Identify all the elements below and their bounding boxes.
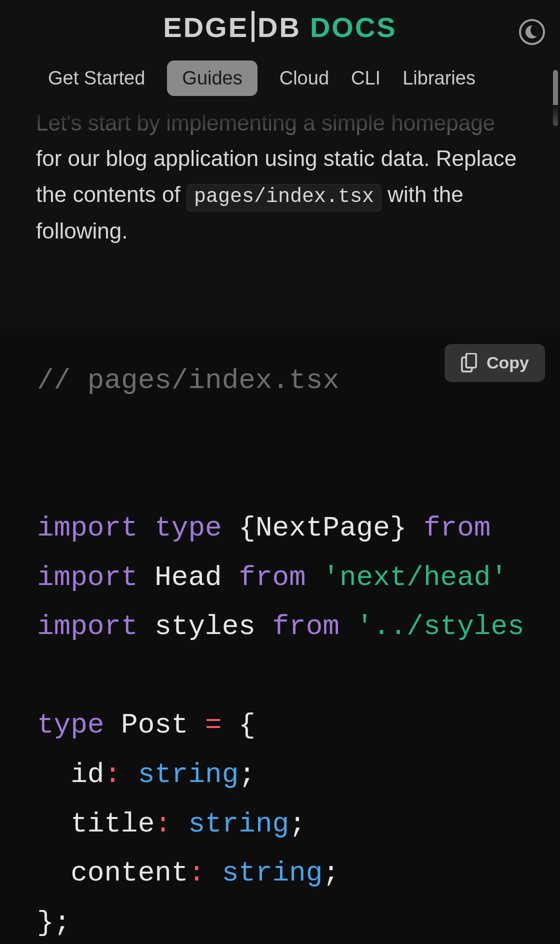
nav-libraries[interactable]: Libraries	[402, 68, 476, 89]
brand-docs: DOCS	[310, 12, 397, 43]
copy-label: Copy	[486, 353, 529, 372]
tok: type	[37, 709, 104, 741]
tok: Post	[121, 709, 188, 741]
tok: import	[37, 610, 138, 642]
intro-section: Let's start by implementing a simple hom…	[0, 105, 560, 249]
tok: ;	[238, 758, 256, 790]
brand-edge: EDGE	[163, 12, 248, 43]
tok: {	[238, 709, 256, 741]
tok: string	[222, 857, 323, 889]
brand-db: DB	[258, 12, 301, 43]
moon-icon	[526, 26, 538, 38]
tok: :	[188, 857, 205, 889]
tok: ;	[289, 808, 306, 840]
nav-guides[interactable]: Guides	[167, 60, 257, 96]
tok: '../styles	[356, 610, 524, 642]
tok: };	[37, 906, 70, 938]
tok: Head	[154, 562, 222, 594]
tok: id	[70, 758, 104, 790]
svg-rect-1	[466, 353, 476, 367]
tok: import	[37, 562, 138, 594]
intro-paragraph: Let's start by implementing a simple hom…	[0, 105, 560, 249]
tok: ;	[322, 857, 340, 889]
tok: =	[205, 709, 222, 741]
tok: import	[37, 512, 138, 544]
code-content: // pages/index.tsx import type {NextPage…	[37, 356, 560, 944]
copy-icon	[460, 353, 478, 373]
brand-divider-icon	[252, 11, 254, 42]
copy-button[interactable]: Copy	[444, 344, 545, 382]
tok: string	[138, 758, 239, 790]
tok: {NextPage}	[238, 512, 406, 544]
tok: from	[424, 512, 490, 544]
nav-get-started[interactable]: Get Started	[48, 68, 145, 89]
nav-cli[interactable]: CLI	[351, 68, 380, 89]
brand-logo: EDGEDBDOCS	[0, 11, 560, 44]
tok: from	[272, 610, 340, 642]
tok: string	[188, 808, 289, 840]
nav-cloud[interactable]: Cloud	[280, 68, 329, 89]
tok: type	[154, 512, 222, 544]
theme-toggle-button[interactable]	[519, 19, 545, 45]
code-block: Copy // pages/index.tsx import type {Nex…	[0, 329, 560, 944]
code-comment: // pages/index.tsx	[37, 364, 340, 396]
tok: from	[238, 562, 306, 594]
tok: title	[70, 808, 154, 840]
header: EDGEDBDOCS Get Started Guides Cloud CLI …	[0, 0, 560, 96]
tok: :	[104, 758, 121, 790]
tok: content	[70, 857, 188, 889]
intro-code-path: pages/index.tsx	[186, 184, 382, 212]
tok: :	[154, 808, 172, 840]
tok: 'next/head'	[322, 562, 508, 594]
intro-line1: Let's start by implementing a simple hom…	[36, 110, 495, 135]
tok: styles	[154, 610, 256, 642]
top-nav: Get Started Guides Cloud CLI Libraries	[0, 44, 560, 96]
